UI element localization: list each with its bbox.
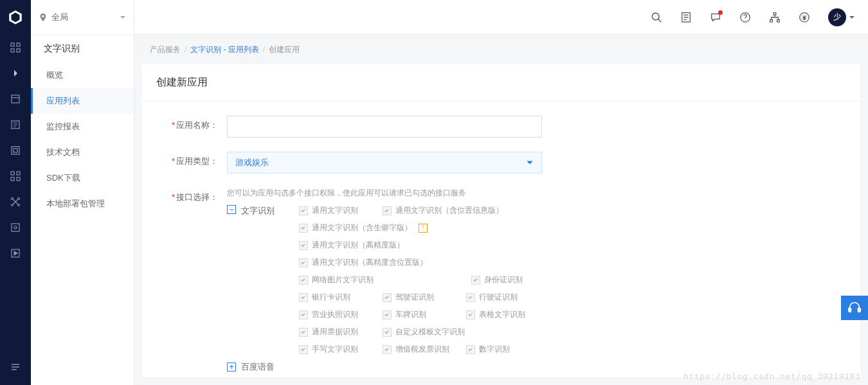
app-name-input[interactable] [227, 116, 542, 138]
avatar: 少 [828, 8, 846, 26]
check-item[interactable]: 行驶证识别 [466, 292, 550, 303]
check-item[interactable]: 通用文字识别 [299, 205, 383, 216]
check-item[interactable]: 数字识别 [466, 344, 550, 355]
svg-rect-23 [770, 19, 773, 22]
rail-collapse-icon[interactable] [0, 60, 31, 86]
name-label: 应用名称： [176, 120, 218, 130]
svg-rect-2 [11, 49, 14, 52]
breadcrumb-current: 创建应用 [269, 44, 300, 55]
check-item[interactable]: 银行卡识别 [299, 292, 383, 303]
svg-point-19 [652, 13, 659, 20]
sidebar-item-overview[interactable]: 概览 [31, 62, 134, 88]
topbar: 少 [134, 0, 868, 35]
finance-icon[interactable] [799, 12, 810, 23]
svg-rect-24 [777, 19, 780, 22]
check-item[interactable]: 通用文字识别（高精度版） [299, 240, 471, 251]
rail-item-icon[interactable] [0, 240, 31, 266]
chevron-down-icon [849, 14, 855, 21]
rail-item-icon[interactable] [0, 189, 31, 215]
check-item[interactable]: 通用文字识别（含位置信息版） [383, 205, 555, 216]
svg-rect-4 [12, 95, 19, 103]
svg-point-17 [14, 226, 17, 229]
main: 产品服务 / 文字识别 - 应用列表 / 创建应用 创建新应用 *应用名称： *… [134, 0, 868, 385]
toggle-voice[interactable]: + [227, 363, 236, 372]
check-item[interactable]: 通用文字识别（高精度含位置版） [299, 257, 471, 268]
rail-dashboard-icon[interactable] [0, 35, 31, 60]
svg-rect-16 [12, 224, 19, 231]
svg-rect-0 [11, 43, 14, 46]
svg-rect-22 [773, 12, 776, 15]
chevron-down-icon [120, 13, 126, 22]
rail-item-icon[interactable] [0, 86, 31, 112]
svg-rect-1 [17, 43, 20, 46]
check-item[interactable]: 身份证识别 [471, 274, 555, 285]
icon-rail [0, 0, 31, 385]
watermark: https://blog.csdn.net/qq_39219193 [683, 372, 860, 381]
check-item[interactable]: 通用文字识别（含生僻字版）! [299, 222, 471, 233]
rail-item-icon[interactable] [0, 163, 31, 189]
sidebar-item-deploy[interactable]: 本地部署包管理 [31, 191, 134, 217]
svg-rect-3 [17, 49, 20, 52]
check-item[interactable]: 网络图片文字识别 [299, 274, 471, 285]
sidebar-item-apps[interactable]: 应用列表 [31, 88, 134, 114]
type-label: 应用类型： [176, 156, 218, 166]
svg-rect-9 [17, 172, 20, 175]
check-item[interactable]: 手写文字识别 [299, 344, 383, 355]
warning-badge: ! [419, 224, 428, 233]
breadcrumb-link[interactable]: 文字识别 - 应用列表 [190, 44, 259, 55]
form-card: 创建新应用 *应用名称： *应用类型： 游戏娱乐 *接 [142, 64, 860, 377]
group-voice-label: 百度语音 [241, 361, 280, 373]
app-type-select[interactable]: 游戏娱乐 [227, 152, 542, 174]
sidebar-item-sdk[interactable]: SDK下载 [31, 165, 134, 191]
doc-icon[interactable] [680, 12, 692, 23]
help-icon[interactable] [739, 12, 751, 23]
iface-hint: 您可以为应用勾选多个接口权限，使此应用可以请求已勾选的接口服务 [227, 188, 846, 199]
region-label: 全局 [51, 12, 68, 23]
iface-label: 接口选择： [176, 192, 218, 202]
breadcrumb: 产品服务 / 文字识别 - 应用列表 / 创建应用 [134, 35, 868, 64]
group-ocr-label: 文字识别 [241, 205, 280, 217]
svg-rect-8 [11, 172, 14, 175]
sidebar: 全局 文字识别 概览 应用列表 监控报表 技术文档 SDK下载 本地部署包管理 [31, 0, 134, 385]
check-item[interactable]: 表格文字识别 [466, 309, 550, 320]
region-selector[interactable]: 全局 [31, 0, 134, 35]
toggle-ocr[interactable]: − [227, 205, 236, 214]
sidebar-item-monitor[interactable]: 监控报表 [31, 114, 134, 139]
support-button[interactable] [841, 296, 868, 320]
user-menu[interactable]: 少 [828, 8, 855, 26]
sidebar-item-docs[interactable]: 技术文档 [31, 139, 134, 165]
rail-item-icon[interactable] [0, 112, 31, 138]
page-title: 创建新应用 [142, 64, 860, 102]
org-icon[interactable] [769, 12, 781, 23]
app-type-value: 游戏娱乐 [235, 157, 269, 168]
check-item[interactable]: 营业执照识别 [299, 309, 383, 320]
rail-menu-icon[interactable] [0, 354, 31, 380]
rail-item-icon[interactable] [0, 215, 31, 240]
check-item[interactable]: 自定义模板文字识别 [383, 327, 555, 337]
check-item[interactable]: 增值税发票识别 [383, 344, 466, 355]
notification-dot [718, 10, 723, 15]
chevron-down-icon [526, 159, 534, 166]
sidebar-section-title: 文字识别 [31, 35, 134, 62]
check-item[interactable]: 驾驶证识别 [383, 292, 466, 303]
svg-rect-11 [17, 177, 20, 181]
svg-rect-10 [11, 177, 14, 181]
svg-rect-7 [14, 148, 17, 152]
svg-rect-26 [849, 308, 851, 312]
svg-rect-6 [12, 147, 19, 154]
svg-rect-27 [858, 308, 861, 312]
logo[interactable] [0, 0, 31, 35]
check-item[interactable]: 车牌识别 [383, 309, 466, 320]
check-item[interactable]: 通用票据识别 [299, 327, 383, 337]
breadcrumb-root: 产品服务 [150, 44, 181, 55]
rail-item-icon[interactable] [0, 138, 31, 163]
message-icon[interactable] [710, 12, 721, 23]
search-icon[interactable] [651, 12, 662, 23]
